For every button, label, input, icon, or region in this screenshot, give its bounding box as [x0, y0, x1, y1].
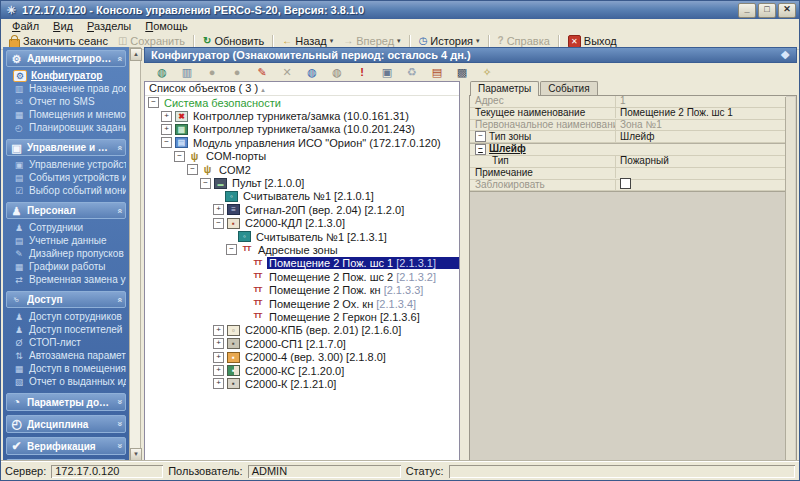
tab-events[interactable]: События [540, 81, 597, 95]
add-group-icon[interactable]: ● [229, 64, 245, 80]
sidebar-item-account-data[interactable]: ▤Учетные данные [8, 234, 126, 247]
poll-start-icon[interactable]: ◍ [304, 64, 320, 80]
property-row[interactable]: Текущее наименованиеПомещение 2 Пож. шс … [470, 108, 786, 120]
sidebar-item-work-schedules[interactable]: ▦Графики работы [8, 260, 126, 273]
sidebar-item-task-scheduler[interactable]: ◴Планировщик заданий [8, 121, 126, 134]
sidebar-section-header-management-events[interactable]: ▣Управление и события« [6, 139, 126, 156]
sidebar-item-badge-designer[interactable]: ✎Дизайнер пропусков [8, 247, 126, 260]
tree-row[interactable]: ◦Считыватель №1 [2.1.3.1] [145, 230, 459, 243]
tab-parameters[interactable]: Параметры [470, 81, 539, 96]
collapse-box-icon[interactable]: − [148, 97, 159, 108]
checkbox-unchecked-icon[interactable] [620, 178, 631, 189]
tree-row[interactable]: +▪С2000-К [2.1.21.0] [145, 377, 459, 390]
property-row[interactable]: Первоначальное наименованиеЗона №1 [470, 120, 786, 132]
window-icon[interactable]: ▣ [379, 64, 395, 80]
find-device-icon[interactable]: ◍ [154, 64, 170, 80]
tree-row[interactable]: +▪С2000-КС [2.1.20.0] [145, 364, 459, 377]
edit-icon[interactable]: ✎ [254, 64, 270, 80]
property-row[interactable]: Адрес1 [470, 96, 786, 108]
property-row[interactable]: −Шлейф [470, 143, 786, 156]
sidebar-item-rooms-mnemo[interactable]: ▦Помещения и мнемосхема [8, 108, 126, 121]
maximize-button[interactable]: □ [758, 3, 776, 18]
sidebar-item-employee-access[interactable]: ♟Доступ сотрудников [8, 310, 126, 323]
expand-box-icon[interactable]: + [213, 352, 224, 363]
tree-row[interactable]: +▪С2000-СП1 [2.1.7.0] [145, 337, 459, 350]
collapse-box-icon[interactable]: − [200, 178, 211, 189]
sidebar-item-employees[interactable]: ♟Сотрудники [8, 221, 126, 234]
tree-row[interactable]: +▦Контроллер турникета/замка (10.0.201.2… [145, 123, 459, 136]
sync-icon[interactable]: ♻ [404, 64, 420, 80]
menu-item[interactable]: Разделы [80, 20, 138, 32]
alarm-icon[interactable]: ! [354, 64, 370, 80]
add-icon[interactable]: ● [204, 64, 220, 80]
expand-box-icon[interactable]: + [161, 124, 172, 135]
sidebar-section-header-discipline[interactable]: ◴Дисциплина» [6, 415, 126, 433]
property-row[interactable]: Заблокировать [470, 180, 786, 192]
collapse-box-icon[interactable]: − [226, 244, 237, 255]
property-row[interactable]: ТипПожарный [470, 156, 786, 168]
close-button[interactable]: ✕ [778, 3, 796, 18]
tree-row[interactable]: +≡Сигнал-20П (вер. 2.04) [2.1.2.0] [145, 203, 459, 216]
collapse-chevron-icon[interactable]: « [114, 297, 124, 302]
sidebar-item-device-management[interactable]: ▣Управление устройствами и... [8, 158, 126, 171]
collapse-box-icon[interactable]: − [174, 151, 185, 162]
tree-row[interactable]: ΤΤПомещение 2 Пож. шс 1 [2.1.3.1] [145, 257, 459, 270]
collapse-box-icon[interactable]: − [213, 218, 224, 229]
tree-header[interactable]: Список объектов ( 3 ) ▴ [145, 82, 459, 96]
collapse-chevron-icon[interactable]: « [114, 145, 124, 150]
sidebar-item-configurator[interactable]: ⚙Конфигуратор [8, 69, 126, 82]
sidebar-item-room-access[interactable]: ▦Доступ в помещения [8, 362, 126, 375]
delete-icon[interactable]: ✕ [279, 64, 295, 80]
expand-chevron-icon[interactable]: » [114, 443, 124, 448]
notification-icon[interactable]: ❖ [780, 49, 790, 62]
tree-row[interactable]: ◦Считыватель №1 [2.1.0.1] [145, 190, 459, 203]
sidebar-item-access-rights[interactable]: ▥Назначение прав доступа о... [8, 82, 126, 95]
expand-box-icon[interactable]: + [213, 204, 224, 215]
send-config-icon[interactable]: ▥ [179, 64, 195, 80]
sidebar-section-header-personnel[interactable]: ♟Персонал« [6, 202, 126, 219]
properties-scrollbar[interactable] [785, 97, 795, 460]
sidebar-section-header-access[interactable]: ♀Доступ« [6, 291, 126, 308]
tree-row[interactable]: −▪С2000-КДЛ [2.1.3.0] [145, 217, 459, 230]
sidebar-item-sms-report[interactable]: ✉Отчет по SMS [8, 95, 126, 108]
expand-chevron-icon[interactable]: » [114, 421, 124, 426]
scroll-up-icon[interactable]: ▲ [130, 48, 142, 61]
collapse-box-icon[interactable]: − [161, 137, 172, 148]
expand-chevron-icon[interactable]: » [114, 399, 124, 404]
tree-row[interactable]: −▬Пульт [2.1.0.0] [145, 176, 459, 189]
tree-row[interactable]: +▫С2000-КПБ (вер. 2.01) [2.1.6.0] [145, 324, 459, 337]
minimize-button[interactable]: _ [738, 3, 756, 18]
collapse-chevron-icon[interactable]: « [114, 56, 124, 61]
sidebar-scrollbar[interactable]: ▲ ▼ [129, 47, 141, 462]
tree-row[interactable]: −ΤΤАдресные зоны [145, 243, 459, 256]
tree-row[interactable]: +▪С2000-4 (вер. 3.00) [2.1.8.0] [145, 350, 459, 363]
sidebar-section-header-administration[interactable]: ⚙Администрирование« [6, 50, 126, 67]
sidebar-item-temp-replacement[interactable]: ⇄Временная замена учетных ... [8, 273, 126, 286]
tree-row[interactable]: −Система безопасности [145, 96, 459, 109]
tree-row[interactable]: +✖Контроллер турникета/замка (10.0.161.3… [145, 109, 459, 122]
expand-box-icon[interactable]: + [213, 365, 224, 376]
menu-item[interactable]: Файл [5, 20, 46, 32]
expand-box-icon[interactable]: + [213, 338, 224, 349]
sidebar-item-device-events[interactable]: ▤События устройств и дейст... [8, 171, 126, 184]
scroll-down-icon[interactable]: ▼ [130, 448, 142, 461]
sidebar-item-id-report[interactable]: ▧Отчет о выданных идентиф... [8, 375, 126, 388]
tree-row[interactable]: −ψCOM2 [145, 163, 459, 176]
sidebar-item-auto-replace[interactable]: ⇅Автозамена параметров до... [8, 349, 126, 362]
tree-row[interactable]: −▤Модуль управления ИСО "Орион" (172.17.… [145, 136, 459, 149]
property-row[interactable]: −Тип зоныШлейф [470, 131, 786, 143]
device-icon[interactable]: ▤ [429, 64, 445, 80]
sidebar-item-stop-list[interactable]: ØСТОП-лист [8, 336, 126, 349]
tree-row[interactable]: −ψCOM-порты [145, 150, 459, 163]
expand-box-icon[interactable]: + [213, 378, 224, 389]
menu-item[interactable]: Вид [46, 20, 80, 32]
collapse-box-icon[interactable]: − [187, 164, 198, 175]
poll-stop-icon[interactable]: ◍ [329, 64, 345, 80]
tree-row[interactable]: ΤΤПомещение 2 Пож. кн [2.1.3.3] [145, 283, 459, 296]
sidebar-section-header-verification[interactable]: ✔Верификация» [6, 437, 126, 455]
menu-item[interactable]: Помощь [138, 20, 195, 32]
expand-box-icon[interactable]: + [161, 111, 172, 122]
expand-box-icon[interactable]: + [213, 325, 224, 336]
splitter[interactable] [460, 81, 469, 462]
collapse-box-icon[interactable]: − [475, 131, 486, 142]
